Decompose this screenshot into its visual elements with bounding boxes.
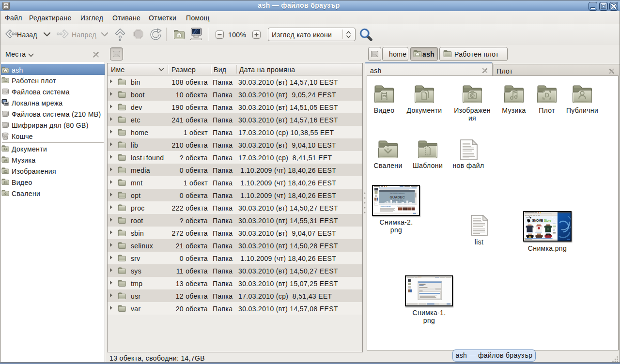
svg-text:GNOME: GNOME bbox=[532, 219, 543, 222]
svg-text:GUADEC: GUADEC bbox=[389, 195, 404, 199]
svg-text:About GUADEC: About GUADEC bbox=[381, 206, 392, 208]
svg-text:The GNOME conference: The GNOME conference bbox=[390, 193, 405, 195]
svg-text:July 24-30th, 2010: July 24-30th, 2010 bbox=[391, 199, 403, 201]
svg-text:Store: Store bbox=[544, 219, 552, 222]
